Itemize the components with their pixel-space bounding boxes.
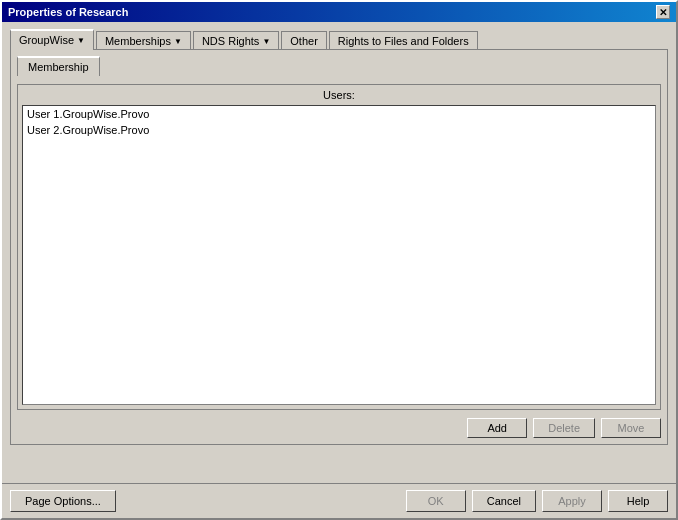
- groupwise-dropdown-arrow: ▼: [77, 36, 85, 45]
- users-panel: Users: User 1.GroupWise.Provo User 2.Gro…: [17, 84, 661, 410]
- title-bar: Properties of Research ✕: [2, 2, 676, 22]
- sub-tab-membership[interactable]: Membership: [17, 56, 100, 76]
- add-button[interactable]: Add: [467, 418, 527, 438]
- ok-button[interactable]: OK: [406, 490, 466, 512]
- main-content: GroupWise ▼ Memberships ▼ NDS Rights ▼ O…: [2, 22, 676, 453]
- tab-groupwise[interactable]: GroupWise ▼: [10, 29, 94, 50]
- footer-right-buttons: OK Cancel Apply Help: [406, 490, 668, 512]
- window-title: Properties of Research: [8, 6, 128, 18]
- tab-memberships[interactable]: Memberships ▼: [96, 31, 191, 50]
- delete-button[interactable]: Delete: [533, 418, 595, 438]
- action-buttons: Add Delete Move: [17, 418, 661, 438]
- close-button[interactable]: ✕: [656, 5, 670, 19]
- properties-window: Properties of Research ✕ GroupWise ▼ Mem…: [0, 0, 678, 520]
- users-list[interactable]: User 1.GroupWise.Provo User 2.GroupWise.…: [22, 105, 656, 405]
- apply-button[interactable]: Apply: [542, 490, 602, 512]
- memberships-dropdown-arrow: ▼: [174, 37, 182, 46]
- move-button[interactable]: Move: [601, 418, 661, 438]
- sub-tab-bar: Membership: [17, 56, 661, 76]
- help-button[interactable]: Help: [608, 490, 668, 512]
- cancel-button[interactable]: Cancel: [472, 490, 536, 512]
- tab-other[interactable]: Other: [281, 31, 327, 50]
- tab-panel: Membership Users: User 1.GroupWise.Provo…: [10, 49, 668, 445]
- page-options-button[interactable]: Page Options...: [10, 490, 116, 512]
- tab-rights-files[interactable]: Rights to Files and Folders: [329, 31, 478, 50]
- nds-rights-dropdown-arrow: ▼: [262, 37, 270, 46]
- list-item[interactable]: User 2.GroupWise.Provo: [23, 122, 655, 138]
- tab-nds-rights[interactable]: NDS Rights ▼: [193, 31, 279, 50]
- list-item[interactable]: User 1.GroupWise.Provo: [23, 106, 655, 122]
- users-label: Users:: [22, 89, 656, 101]
- tab-bar: GroupWise ▼ Memberships ▼ NDS Rights ▼ O…: [10, 28, 668, 49]
- footer: Page Options... OK Cancel Apply Help: [2, 483, 676, 518]
